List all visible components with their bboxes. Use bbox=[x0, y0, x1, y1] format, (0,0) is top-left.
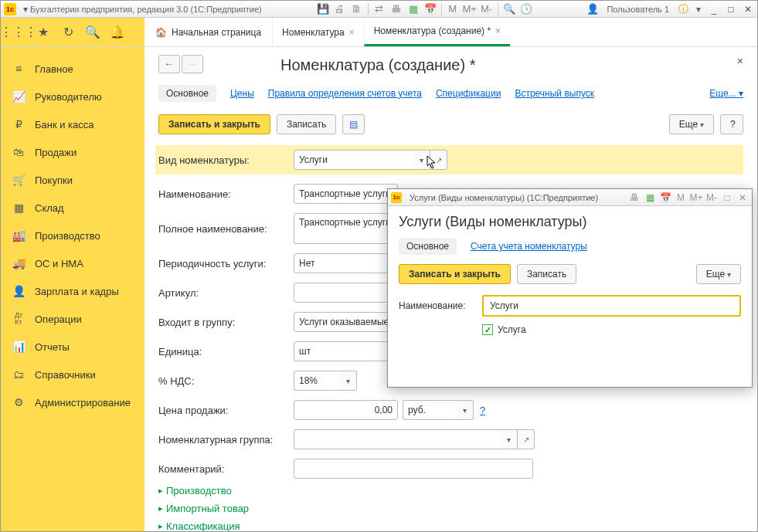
subnav-prices[interactable]: Цены bbox=[230, 88, 254, 99]
expand-classification[interactable]: Классификация bbox=[158, 520, 743, 531]
tab-label: Номенклатура (создание) * bbox=[374, 25, 491, 36]
dialog-service-checkbox[interactable]: ✓ Услуга bbox=[482, 324, 741, 335]
ed-input[interactable]: шт bbox=[294, 341, 398, 361]
sidebar-item-label: Главное bbox=[35, 63, 73, 75]
close-page-button[interactable]: × bbox=[737, 55, 743, 67]
subnav-spec[interactable]: Спецификации bbox=[436, 88, 501, 99]
mem-m-icon[interactable]: M bbox=[447, 3, 459, 15]
dialog-subnav-main[interactable]: Основное bbox=[399, 238, 457, 255]
sidebar-item-manager[interactable]: 📈Руководителю bbox=[1, 83, 144, 110]
subnav-main[interactable]: Основное bbox=[158, 85, 216, 102]
nomgrp-open-button[interactable]: ↗ bbox=[518, 429, 535, 449]
dialog-save-button[interactable]: Записать bbox=[517, 264, 576, 284]
more-button[interactable]: Еще bbox=[669, 114, 714, 134]
user-name[interactable]: Пользователь 1 bbox=[603, 5, 672, 14]
app-menu-dropdown[interactable]: ▾ bbox=[21, 3, 30, 15]
name-input[interactable]: Транспортные услуги bbox=[294, 184, 398, 204]
sidebar-item-operations[interactable]: ДтКтОперации bbox=[1, 305, 144, 333]
maximize-button[interactable]: □ bbox=[725, 4, 737, 15]
calendar2-icon[interactable]: 📅 bbox=[424, 3, 437, 15]
tab-nomenclature[interactable]: Номенклатура × bbox=[272, 18, 364, 46]
vid-input[interactable]: Услуги bbox=[294, 150, 413, 170]
print2-icon[interactable]: 🖶 bbox=[390, 3, 403, 15]
list-button[interactable]: ▤ bbox=[342, 114, 365, 134]
book-icon: 🗂 bbox=[12, 368, 25, 381]
bell-icon[interactable]: 🔔 bbox=[110, 25, 124, 39]
sidebar-item-salary[interactable]: 👤Зарплата и кадры bbox=[1, 277, 144, 305]
calendar1-icon[interactable]: ▦ bbox=[407, 3, 420, 15]
minimize-button[interactable]: _ bbox=[708, 4, 720, 15]
dialog-name-input[interactable]: Услуги bbox=[482, 295, 741, 317]
dialog-more-button[interactable]: Еще bbox=[696, 264, 741, 284]
artikul-input[interactable] bbox=[294, 283, 398, 303]
row-price: Цена продажи: 0,00 руб. ▾ ? bbox=[158, 400, 743, 420]
history-icon[interactable]: 🕓 bbox=[520, 3, 532, 15]
forward-button[interactable]: → bbox=[182, 55, 203, 73]
sidebar-item-admin[interactable]: ⚙Администрирование bbox=[1, 388, 144, 416]
dialog-close-button[interactable]: ✕ bbox=[736, 191, 749, 204]
fullname-input[interactable]: Транспортные услуги bbox=[294, 213, 398, 244]
dialog-cal2-icon[interactable]: 📅 bbox=[659, 191, 671, 204]
nds-label: % НДС: bbox=[158, 375, 294, 387]
sidebar-item-catalogs[interactable]: 🗂Справочники bbox=[1, 361, 144, 388]
dialog-save-close-button[interactable]: Записать и закрыть bbox=[399, 264, 511, 284]
price-help-link[interactable]: ? bbox=[480, 405, 485, 416]
print-icon[interactable]: 🖨 bbox=[334, 3, 346, 15]
factory-icon: 🏭 bbox=[12, 229, 25, 242]
subnav-more[interactable]: Еще... ▾ bbox=[709, 88, 743, 99]
tab-nomenclature-create[interactable]: Номенклатура (создание) * × bbox=[364, 18, 510, 46]
sidebar-item-main[interactable]: ≡Главное bbox=[1, 55, 144, 83]
save-icon[interactable]: 💾 bbox=[317, 3, 329, 15]
sidebar-item-warehouse[interactable]: ▦Склад bbox=[1, 194, 144, 222]
comment-input[interactable] bbox=[294, 459, 533, 479]
subnav-counter[interactable]: Встречный выпуск bbox=[515, 88, 594, 99]
nds-input[interactable]: 18% bbox=[294, 371, 340, 391]
save-button[interactable]: Записать bbox=[277, 114, 336, 134]
home-tab[interactable]: 🏠 Начальная страница bbox=[144, 18, 272, 46]
dialog-cal1-icon[interactable]: ▦ bbox=[644, 191, 656, 204]
apps-icon[interactable]: ⋮⋮⋮ bbox=[12, 25, 25, 39]
dialog-mp-icon[interactable]: M+ bbox=[690, 191, 702, 204]
sidebar-item-sales[interactable]: 🛍Продажи bbox=[1, 138, 144, 166]
nomgrp-input[interactable] bbox=[294, 429, 501, 449]
sidebar-item-assets[interactable]: 🚚ОС и НМА bbox=[1, 249, 144, 277]
nds-dropdown-button[interactable]: ▾ bbox=[340, 371, 357, 391]
search-icon[interactable]: 🔍 bbox=[86, 25, 100, 39]
help-button[interactable]: ? bbox=[720, 114, 743, 134]
group-input[interactable]: Услуги оказываемые bbox=[294, 312, 398, 332]
vid-open-button[interactable]: ↗ bbox=[430, 150, 447, 170]
mem-mm-icon[interactable]: M- bbox=[481, 3, 493, 15]
currency-dropdown-button[interactable]: ▾ bbox=[457, 400, 474, 420]
mem-mp-icon[interactable]: M+ bbox=[464, 3, 476, 15]
expand-import[interactable]: Импортный товар bbox=[158, 503, 743, 514]
history-nav-icon[interactable]: ↻ bbox=[61, 25, 75, 39]
dialog-maximize-button[interactable]: □ bbox=[721, 191, 733, 204]
zoom-icon[interactable]: 🔍 bbox=[503, 3, 515, 15]
dialog-m-icon[interactable]: M bbox=[675, 191, 687, 204]
preview-icon[interactable]: 🗎 bbox=[351, 3, 363, 15]
tab-close-icon[interactable]: × bbox=[495, 25, 501, 36]
info-icon[interactable]: ⓘ bbox=[677, 3, 689, 15]
dialog-subnav-accounts[interactable]: Счета учета номенклатуры bbox=[471, 241, 587, 252]
sidebar-item-bank[interactable]: ₽Банк и касса bbox=[1, 110, 144, 138]
back-button[interactable]: ← bbox=[158, 55, 180, 73]
currency-input[interactable]: руб. bbox=[403, 400, 457, 420]
sidebar-item-production[interactable]: 🏭Производство bbox=[1, 222, 144, 249]
compare-icon[interactable]: ⇄ bbox=[373, 3, 386, 15]
info-dropdown[interactable]: ▾ bbox=[694, 3, 703, 15]
favorite-icon[interactable]: ★ bbox=[36, 25, 50, 39]
subnav-rules[interactable]: Правила определения счетов учета bbox=[268, 88, 422, 99]
close-button[interactable]: ✕ bbox=[742, 4, 754, 15]
nomgrp-dropdown-button[interactable]: ▾ bbox=[501, 429, 518, 449]
sidebar-item-purchases[interactable]: 🛒Покупки bbox=[1, 166, 144, 194]
tab-close-icon[interactable]: × bbox=[349, 27, 355, 38]
price-input[interactable]: 0,00 bbox=[294, 400, 398, 420]
period-input[interactable]: Нет bbox=[294, 253, 398, 273]
vid-dropdown-button[interactable]: ▾ bbox=[413, 150, 430, 170]
dialog-window: 1c Услуги (Виды номенклатуры) (1С:Предпр… bbox=[387, 188, 753, 388]
expand-production[interactable]: Производство bbox=[158, 485, 743, 496]
save-close-button[interactable]: Записать и закрыть bbox=[158, 114, 270, 134]
dialog-print-icon[interactable]: 🖶 bbox=[628, 191, 641, 204]
dialog-mm-icon[interactable]: M- bbox=[705, 191, 718, 204]
sidebar-item-reports[interactable]: 📊Отчеты bbox=[1, 333, 144, 361]
